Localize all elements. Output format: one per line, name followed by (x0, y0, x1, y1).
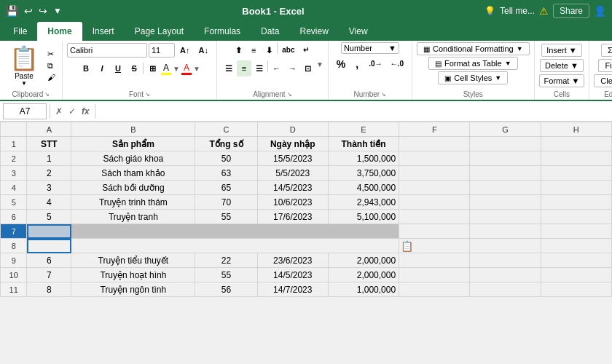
cell-c10[interactable]: 55 (195, 268, 257, 282)
row-header-7[interactable]: 7 (1, 224, 27, 239)
tab-view[interactable]: View (339, 22, 378, 41)
paste-dropdown[interactable]: ▼ (21, 80, 27, 87)
align-left-button[interactable]: ☰ (221, 60, 236, 76)
redo-icon[interactable]: ↪ (39, 5, 47, 17)
clear-button[interactable]: Clear ▼ (594, 74, 612, 87)
sheet-table-wrapper[interactable]: A B C D E F G H 1 STT Sản phẩm Tổng số (0, 122, 612, 364)
cell-d10[interactable]: 14/5/2023 (257, 268, 328, 282)
format-as-table-button[interactable]: ▤ Format as Table ▼ (428, 57, 518, 70)
cell-b6[interactable]: Truyện tranh (71, 210, 195, 224)
alignment-expand-icon[interactable]: ↘ (287, 91, 292, 98)
cell-h7[interactable] (541, 224, 611, 239)
row-header-10[interactable]: 10 (1, 268, 27, 282)
paste-float-icon[interactable]: 📋 (401, 240, 413, 252)
cell-g10[interactable] (470, 268, 541, 282)
tell-me-label[interactable]: Tell me... (500, 6, 535, 16)
cell-a6[interactable]: 5 (27, 210, 71, 224)
conditional-dropdown[interactable]: ▼ (517, 45, 523, 52)
cell-a1[interactable]: STT (27, 137, 71, 151)
align-center-button[interactable]: ≡ (237, 60, 251, 76)
cell-f10[interactable] (399, 268, 470, 282)
cell-b7[interactable] (71, 224, 399, 239)
tab-file[interactable]: File (3, 22, 37, 41)
cell-g2[interactable] (470, 151, 541, 166)
cell-e1[interactable]: Thành tiền (328, 137, 399, 151)
cell-c2[interactable]: 50 (195, 151, 257, 166)
font-size-input[interactable] (149, 43, 175, 58)
formula-cancel-icon[interactable]: ✗ (53, 106, 65, 117)
formula-confirm-icon[interactable]: ✓ (66, 106, 78, 117)
col-header-e[interactable]: E (328, 122, 399, 137)
cell-a8[interactable] (27, 239, 71, 253)
cell-h10[interactable] (541, 268, 611, 282)
row-header-6[interactable]: 6 (1, 210, 27, 224)
underline-button[interactable]: U (111, 60, 125, 76)
font-color-button[interactable]: A (181, 63, 192, 75)
cell-b1[interactable]: Sản phẩm (71, 137, 195, 151)
cell-a3[interactable]: 2 (27, 166, 71, 181)
align-bottom-button[interactable]: ⬇ (262, 42, 276, 58)
merge-dropdown[interactable]: ▼ (316, 60, 323, 76)
clipboard-expand-icon[interactable]: ↘ (44, 91, 50, 98)
formula-input[interactable] (98, 106, 609, 117)
comma-button[interactable]: , (350, 56, 364, 72)
col-header-c[interactable]: C (195, 122, 257, 137)
col-header-f[interactable]: F (399, 122, 470, 137)
tab-data[interactable]: Data (251, 22, 289, 41)
orientation-button[interactable]: abc (278, 42, 298, 58)
cell-f11[interactable] (399, 282, 470, 297)
paste-button[interactable]: 📋 Paste ▼ (4, 42, 44, 89)
cell-e11[interactable]: 1,000,000 (328, 282, 399, 297)
cell-f2[interactable] (399, 151, 470, 166)
cell-d1[interactable]: Ngày nhập (257, 137, 328, 151)
row-header-4[interactable]: 4 (1, 181, 27, 195)
cell-g4[interactable] (470, 181, 541, 195)
format-table-dropdown[interactable]: ▼ (505, 60, 511, 67)
font-expand-icon[interactable]: ↘ (145, 91, 150, 98)
cell-c11[interactable]: 56 (195, 282, 257, 297)
cell-e3[interactable]: 3,750,000 (328, 166, 399, 181)
user-icon[interactable]: 👤 (594, 5, 606, 17)
cell-a9[interactable]: 6 (27, 253, 71, 268)
cell-f7[interactable] (399, 224, 470, 239)
cell-styles-dropdown[interactable]: ▼ (495, 74, 501, 82)
decimal-inc-button[interactable]: .0→ (365, 56, 385, 72)
cell-g5[interactable] (470, 195, 541, 210)
formula-function-icon[interactable]: fx (79, 106, 92, 117)
cell-b10[interactable]: Truyện hoạt hình (71, 268, 195, 282)
font-color-dropdown[interactable]: ▼ (193, 65, 200, 73)
row-header-1[interactable]: 1 (1, 137, 27, 151)
cell-c4[interactable]: 65 (195, 181, 257, 195)
fill-color-button[interactable]: A (161, 63, 171, 75)
cell-e9[interactable]: 2,000,000 (328, 253, 399, 268)
col-header-h[interactable]: H (541, 122, 611, 137)
cell-a2[interactable]: 1 (27, 151, 71, 166)
cell-c3[interactable]: 63 (195, 166, 257, 181)
cell-c9[interactable]: 22 (195, 253, 257, 268)
row-header-8[interactable]: 8 (1, 239, 27, 253)
col-header-g[interactable]: G (470, 122, 541, 137)
insert-button[interactable]: Insert ▼ (541, 44, 581, 57)
cell-d5[interactable]: 10/6/2023 (257, 195, 328, 210)
cell-g9[interactable] (470, 253, 541, 268)
number-format-selector[interactable]: Number ▼ (341, 42, 399, 54)
font-family-input[interactable] (67, 43, 147, 58)
save-icon[interactable]: 💾 (6, 5, 18, 17)
cell-a4[interactable]: 3 (27, 181, 71, 195)
cell-b9[interactable]: Truyện tiểu thuyết (71, 253, 195, 268)
cell-e5[interactable]: 2,943,000 (328, 195, 399, 210)
cell-h6[interactable] (541, 210, 611, 224)
cell-g3[interactable] (470, 166, 541, 181)
cell-a11[interactable]: 8 (27, 282, 71, 297)
merge-button[interactable]: ⊡ (301, 60, 315, 76)
cell-styles-button[interactable]: ▣ Cell Styles ▼ (438, 71, 508, 84)
italic-button[interactable]: I (95, 60, 109, 76)
cell-h2[interactable] (541, 151, 611, 166)
undo-icon[interactable]: ↩ (24, 5, 33, 17)
cell-d4[interactable]: 14/5/2023 (257, 181, 328, 195)
cell-f6[interactable] (399, 210, 470, 224)
row-header-3[interactable]: 3 (1, 166, 27, 181)
cell-h5[interactable] (541, 195, 611, 210)
percent-button[interactable]: % (333, 56, 349, 72)
indent-dec-button[interactable]: ← (269, 60, 284, 76)
